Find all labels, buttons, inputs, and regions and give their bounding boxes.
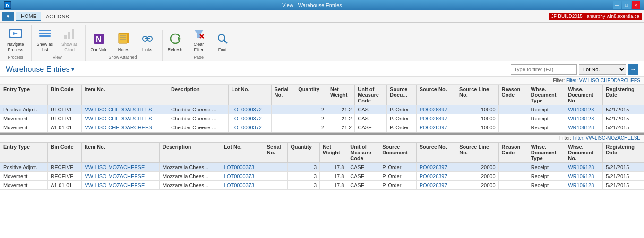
table-section-2: Filter: Filter: VW-LISO-MOZACHEESE Entry… (0, 135, 644, 238)
ribbon-group-view-items: Show asList Show asChart (34, 25, 81, 54)
page-title-container: Warehouse Entries ▾ (6, 65, 74, 74)
ribbon-group-process-items: NavigateProcess (4, 25, 27, 54)
svg-rect-5 (39, 30, 51, 31)
clear-filter-button[interactable]: ClearFilter (188, 25, 210, 54)
table-row[interactable]: MovementRECEIVEVW-LISO-MOZACHEESEMozzare… (0, 171, 644, 180)
cell-link[interactable]: WR106128 (568, 107, 594, 112)
show-as-list-button[interactable]: Show asList (34, 25, 57, 54)
col2-quantity: Quantity (288, 142, 320, 162)
notes-icon (116, 31, 131, 46)
svg-line-26 (224, 40, 227, 43)
col-whse-doc-type: Whse.DocumentType (528, 85, 565, 105)
onenote-label: OneNote (91, 47, 108, 52)
col2-net-weight: NetWeight (320, 142, 347, 162)
filter-go-button[interactable]: → (628, 64, 638, 75)
ribbon-group-attached-items: N OneNote Notes (87, 30, 158, 54)
chart-icon (62, 26, 77, 41)
cell-link[interactable]: PO0026397 (420, 173, 447, 179)
navigate-label: NavigateProcess (7, 42, 24, 52)
cell-link[interactable]: VW-LISO-MOZACHEESE (85, 164, 145, 170)
links-label: Links (142, 47, 152, 52)
cell-link[interactable]: VW-LISO-CHEDDARCHEES (85, 125, 152, 130)
notes-button[interactable]: Notes (113, 30, 135, 54)
table-2-body: Positive Adjmt.RECEIVEVW-LISO-MOZACHEESE… (0, 162, 644, 189)
filter-bar: Lot No. → (511, 64, 638, 75)
cell-link[interactable]: VW-LISO-MOZACHEESE (85, 182, 145, 188)
col2-whse-doc-type: Whse.DocumentType (528, 142, 565, 162)
process-group-label: Process (4, 55, 27, 61)
page-header: Warehouse Entries ▾ Lot No. → (0, 61, 644, 77)
cell-link[interactable]: PO0026397 (420, 107, 447, 112)
svg-rect-6 (39, 33, 51, 34)
table-2-header: Entry Type Bin Code Item No. Description… (0, 142, 644, 162)
cell-link[interactable]: WR106128 (568, 173, 594, 179)
app-menu-button[interactable]: ▼ (2, 12, 14, 21)
cell-link[interactable]: WR106128 (568, 125, 594, 130)
list-icon (37, 26, 52, 41)
refresh-icon (168, 31, 183, 46)
tables-container: Filter: Filter: VW-LISO-CHEDDARCHEES Ent… (0, 77, 644, 238)
page-content: Warehouse Entries ▾ Lot No. → Filter: Fi… (0, 61, 644, 238)
menu-item-actions[interactable]: ACTIONS (41, 12, 74, 21)
onenote-icon: N (92, 31, 107, 46)
table-row[interactable]: MovementRECEIVEVW-LISO-CHEDDARCHEESChedd… (0, 114, 644, 123)
links-button[interactable]: Links (137, 30, 158, 54)
onenote-button[interactable]: N OneNote (87, 30, 111, 54)
ribbon-group-process: NavigateProcess Process (4, 25, 32, 61)
svg-rect-7 (39, 35, 51, 37)
svg-rect-13 (119, 33, 127, 43)
cell-link[interactable]: VW-LISO-CHEDDARCHEES (85, 116, 152, 121)
cell-link[interactable]: LOT0000373 (224, 164, 254, 170)
table-section-1: Filter: Filter: VW-LISO-CHEDDARCHEES Ent… (0, 77, 644, 133)
maximize-button[interactable]: □ (622, 1, 631, 9)
col2-description: Description (160, 142, 221, 162)
cell-link[interactable]: PO0026397 (420, 182, 447, 188)
menu-item-home[interactable]: HOME (16, 12, 41, 21)
cell-link[interactable]: WR106128 (568, 182, 594, 188)
filter-label-1: Filter: Filter: VW-LISO-CHEDDARCHEES (0, 77, 644, 85)
col2-lot-no: Lot No. (221, 142, 264, 162)
svg-text:D: D (6, 3, 9, 8)
table-row[interactable]: Positive Adjmt.RECEIVEVW-LISO-CHEDDARCHE… (0, 105, 644, 114)
col-reason-code: ReasonCode (498, 85, 528, 105)
window-title: View - Warehouse Entries (11, 2, 613, 8)
filter-field-select[interactable]: Lot No. (579, 64, 626, 75)
ribbon-group-view: Show asList Show asChart View (34, 25, 86, 61)
table-row[interactable]: Positive Adjmt.RECEIVEVW-LISO-MOZACHEESE… (0, 162, 644, 171)
show-as-chart-button[interactable]: Show asChart (58, 25, 81, 54)
cell-link[interactable]: LOT0000373 (224, 182, 254, 188)
show-as-chart-label: Show asChart (61, 42, 78, 52)
cell-link[interactable]: LOT0000373 (224, 173, 254, 179)
close-button[interactable]: ✕ (632, 1, 640, 9)
table-row[interactable]: MovementA1-01-01VW-LISO-CHEDDARCHEESChed… (0, 123, 644, 132)
cell-link[interactable]: WR106128 (568, 116, 594, 121)
svg-text:N: N (96, 35, 102, 43)
cell-link[interactable]: WR106128 (568, 164, 594, 170)
refresh-button[interactable]: Refresh (164, 30, 186, 54)
navigate-process-button[interactable]: NavigateProcess (4, 25, 27, 54)
page-title-arrow[interactable]: ▾ (71, 66, 74, 73)
cell-link[interactable]: PO0026397 (420, 116, 447, 121)
find-button[interactable]: Find (212, 30, 233, 54)
cell-link[interactable]: LOT0000372 (232, 116, 262, 121)
cell-link[interactable]: LOT0000372 (232, 107, 262, 112)
col-quantity: Quantity (295, 85, 327, 105)
col-whse-doc-no: Whse.DocumentNo. (565, 85, 603, 105)
col-source-doc: SourceDocu... (387, 85, 417, 105)
minimize-button[interactable]: — (613, 1, 621, 9)
col2-reg-date: RegisteringDate (603, 142, 644, 162)
table-row[interactable]: MovementA1-01-01VW-LISO-MOZACHEESEMozzar… (0, 180, 644, 189)
cell-link[interactable]: VW-LISO-MOZACHEESE (85, 173, 145, 179)
clear-filter-label: ClearFilter (194, 42, 204, 52)
cell-link[interactable]: PO0026397 (420, 164, 447, 170)
navigate-icon (8, 26, 23, 41)
cell-link[interactable]: LOT0000372 (232, 125, 262, 130)
app-icon: D (4, 1, 11, 9)
col-description: Description (168, 85, 229, 105)
cell-link[interactable]: VW-LISO-CHEDDARCHEES (85, 107, 152, 112)
cell-link[interactable]: PO0026397 (420, 125, 447, 130)
refresh-label: Refresh (168, 47, 183, 52)
col2-entry-type: Entry Type (0, 142, 48, 162)
col-lot-no: Lot No. (228, 85, 271, 105)
filter-input[interactable] (511, 64, 577, 75)
